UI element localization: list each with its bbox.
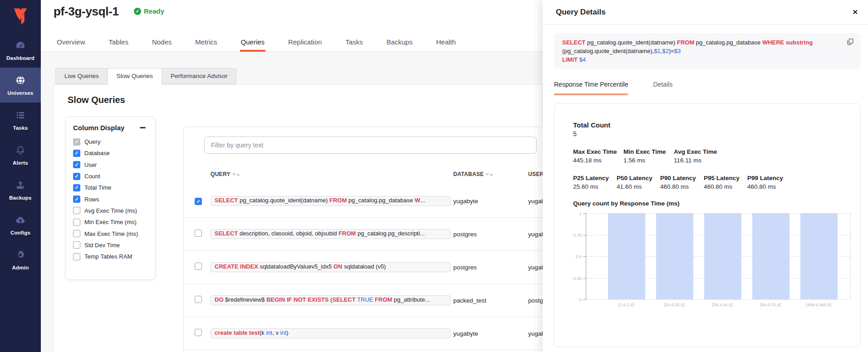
query-text-chip[interactable]: CREATE INDEX sqldataloadByValuev5_idx5 O…: [211, 262, 451, 272]
query-filter-input[interactable]: [204, 137, 537, 154]
tab-queries[interactable]: Queries: [240, 38, 266, 52]
stat-p99-latency: P99 Latency460.80 ms: [747, 175, 791, 190]
tab-tasks[interactable]: Tasks: [344, 38, 363, 52]
queries-subtab-bar: Live QueriesSlow QueriesPerformance Advi…: [55, 68, 236, 85]
section-heading: Slow Queries: [68, 95, 125, 105]
sql-text: pg_catalog.quote_ident(datname): [585, 39, 677, 46]
stat-value: 460.80 ms: [660, 183, 704, 190]
tab-backups[interactable]: Backups: [386, 38, 414, 52]
row-checkbox[interactable]: [195, 263, 202, 270]
copy-icon[interactable]: [846, 38, 854, 46]
app-root: Dashboard Universes Tasks Alerts Backups…: [0, 0, 868, 352]
database-cell: postgres: [453, 264, 528, 271]
sql-keyword: LIMIT: [562, 56, 578, 63]
sidebar-item-backups[interactable]: Backups: [0, 172, 41, 207]
stat-value: 1.56 ms: [623, 157, 674, 164]
column-toggle-label: Std Dev Time: [84, 242, 120, 249]
sql-text: pg_attribute...: [392, 296, 430, 303]
unchecked-checkbox[interactable]: [73, 230, 80, 237]
query-text-chip[interactable]: SELECT pg_catalog.quote_ident(datname) F…: [211, 196, 451, 206]
tab-replication[interactable]: Replication: [287, 38, 323, 52]
tab-metrics[interactable]: Metrics: [194, 38, 218, 52]
column-header-query[interactable]: QUERY: [211, 171, 453, 177]
checked-checkbox[interactable]: ✓: [73, 161, 80, 168]
checked-checkbox[interactable]: ✓: [73, 150, 80, 157]
column-display-title: Column Display: [73, 124, 124, 132]
query-text-chip[interactable]: SELECT description, classoid, objoid, ob…: [211, 229, 451, 239]
row-checkbox[interactable]: ✓: [195, 198, 202, 205]
y-tick: [583, 256, 586, 257]
sql-param: $2: [662, 48, 668, 54]
row-checkbox[interactable]: [195, 230, 202, 237]
stat-value: 445.18 ms: [573, 157, 623, 164]
details-title: Query Details: [556, 8, 606, 17]
checked-checkbox[interactable]: ✓: [73, 184, 80, 191]
sql-keyword: FROM: [677, 39, 694, 46]
tab-health[interactable]: Health: [435, 38, 456, 52]
chart-x-axis-labels: [1.5,1.6][24.0,25.6][38.4,41.6][64.0,70.…: [586, 302, 851, 308]
stat-max-exec-time: Max Exec Time445.18 ms: [573, 148, 623, 164]
column-header-database[interactable]: DATABASE: [453, 171, 528, 177]
x-tick-label: [1.5,1.6]: [602, 302, 650, 307]
total-count-label: Total Count: [573, 121, 851, 129]
y-tick-label: 0.75: [566, 233, 582, 238]
collapse-icon[interactable]: [140, 125, 148, 131]
row-checkbox[interactable]: [195, 329, 202, 336]
query-text-chip[interactable]: create table test(k int, v int): [211, 328, 451, 338]
x-tick-label: [38.4,41.6]: [698, 302, 746, 307]
column-toggle-label: Total Time: [84, 184, 111, 191]
column-toggle-label: Database: [84, 150, 110, 156]
column-toggle-label: Temp Tables RAM: [84, 253, 132, 260]
sidebar-item-tasks[interactable]: Tasks: [0, 103, 41, 137]
sql-keyword: SELECT: [215, 230, 238, 237]
sql-keyword: CREATE INDEX: [215, 263, 258, 270]
details-tab-details[interactable]: Details: [653, 81, 672, 95]
unchecked-checkbox[interactable]: [73, 241, 80, 249]
checked-checkbox[interactable]: ✓: [73, 173, 80, 180]
sql-keyword: WHERE substring: [762, 39, 813, 46]
sql-text: sqldataloadByValuev5_idx5: [258, 263, 333, 270]
unchecked-checkbox[interactable]: [73, 253, 80, 260]
details-tab-response-time-percentile[interactable]: Response Time Percentile: [554, 81, 628, 95]
subtab-live-queries[interactable]: Live Queries: [55, 68, 108, 84]
unchecked-checkbox[interactable]: [73, 207, 80, 214]
yugabyte-logo[interactable]: [0, 0, 41, 33]
sort-icons[interactable]: [485, 173, 493, 176]
sidebar-item-alerts[interactable]: Alerts: [0, 137, 41, 172]
database-cell: yugabyte: [453, 330, 528, 337]
status-badge: ✓ Ready: [134, 7, 164, 15]
sidebar-item-dashboard[interactable]: Dashboard: [0, 33, 41, 68]
sql-keyword: BEGIN IF NOT EXISTS: [266, 296, 329, 303]
slow-queries-panel: Slow Queries Column Display ✓Query✓Datab…: [53, 84, 543, 352]
stat-label: P90 Latency: [660, 175, 704, 181]
table-row: SELECT description, classoid, objoid, ob…: [184, 218, 600, 251]
column-toggle-database: ✓Database: [73, 147, 148, 159]
bell-icon: [15, 145, 26, 157]
tab-overview[interactable]: Overview: [56, 38, 86, 52]
sidebar-item-label: Universes: [8, 90, 34, 96]
close-icon[interactable]: ✕: [852, 8, 858, 16]
stat-label: P25 Latency: [573, 175, 617, 181]
sidebar-item-configs[interactable]: Configs: [0, 207, 41, 242]
subtab-performance-advisor[interactable]: Performance Advisor: [162, 68, 236, 84]
checked-checkbox[interactable]: ✓: [73, 138, 80, 146]
sql-line: LIMIT $4: [562, 55, 841, 64]
column-toggle-label: Min Exec Time (ms): [84, 219, 137, 225]
sql-param: int: [266, 329, 272, 336]
unchecked-checkbox[interactable]: [73, 219, 80, 226]
row-checkbox[interactable]: [195, 296, 202, 303]
column-toggle-total-time: ✓Total Time: [73, 182, 148, 193]
sort-icons[interactable]: [232, 173, 240, 176]
tab-nodes[interactable]: Nodes: [151, 38, 172, 52]
checked-checkbox[interactable]: ✓: [73, 196, 80, 203]
sidebar-item-admin[interactable]: Admin: [0, 242, 41, 277]
sidebar-item-universes[interactable]: Universes: [0, 68, 41, 103]
column-toggle-avg-exec-time-ms: Avg Exec Time (ms): [73, 205, 148, 216]
sidebar: Dashboard Universes Tasks Alerts Backups…: [0, 0, 41, 352]
subtab-slow-queries[interactable]: Slow Queries: [108, 68, 162, 85]
column-toggle-label: User: [84, 161, 97, 168]
query-text-chip[interactable]: DO $redefineview$ BEGIN IF NOT EXISTS (S…: [211, 295, 451, 305]
slow-queries-table-card: QUERY DATABASE USER ✓SELECT pg_catalog.q…: [183, 127, 601, 352]
tab-tables[interactable]: Tables: [108, 38, 129, 52]
column-toggle-label: Avg Exec Time (ms): [84, 207, 137, 214]
